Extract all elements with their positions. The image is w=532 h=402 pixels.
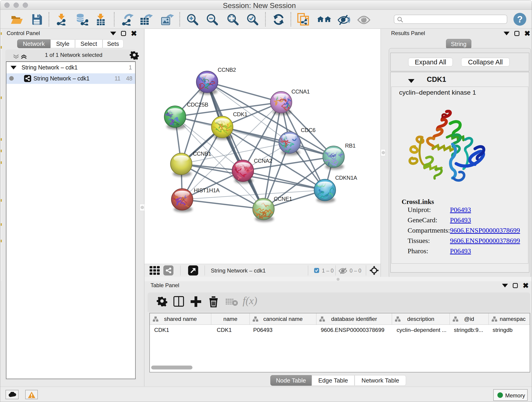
svg-text:CCNA1: CCNA1 bbox=[291, 89, 310, 95]
svg-text:CCNB2: CCNB2 bbox=[218, 67, 236, 73]
svg-text:CCNA2: CCNA2 bbox=[254, 158, 272, 164]
svg-text:CDK1: CDK1 bbox=[233, 111, 247, 117]
svg-text:CDC25B: CDC25B bbox=[187, 102, 208, 108]
svg-text:CCNE1: CCNE1 bbox=[274, 196, 292, 202]
svg-text:CDKN1A: CDKN1A bbox=[335, 175, 357, 181]
svg-text:RB1: RB1 bbox=[345, 143, 355, 149]
svg-text:HIST1H1A: HIST1H1A bbox=[194, 187, 220, 193]
svg-text:CCNB1: CCNB1 bbox=[193, 151, 211, 157]
svg-text:CDC6: CDC6 bbox=[301, 127, 316, 133]
